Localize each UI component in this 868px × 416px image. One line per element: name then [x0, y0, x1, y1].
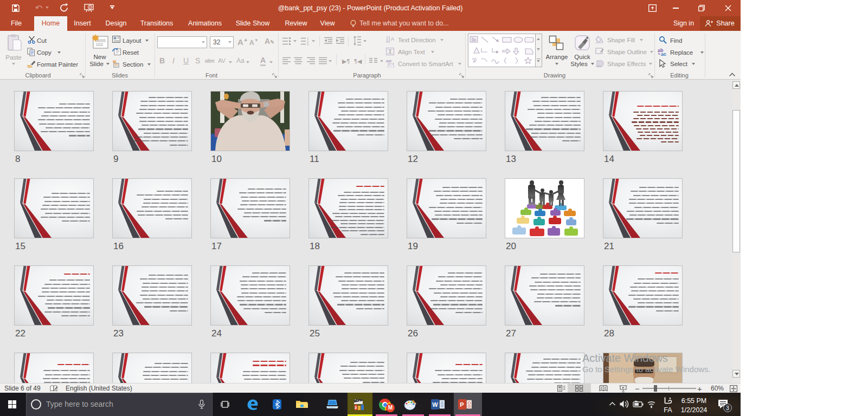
svg-text:W: W	[432, 401, 438, 408]
svg-text:P: P	[460, 401, 464, 408]
svg-text:A: A	[391, 36, 394, 42]
svg-text:3: 3	[355, 406, 357, 410]
svg-text:ac: ac	[661, 51, 666, 56]
svg-text:3: 3	[307, 43, 308, 46]
